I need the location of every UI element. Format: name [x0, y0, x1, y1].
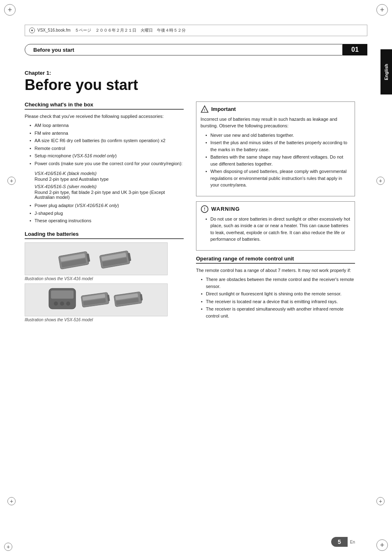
loading-heading: Loading the batteries	[25, 231, 184, 239]
left-column: Checking what's in the box Please check …	[25, 101, 184, 325]
list-item: When disposing of used batteries, please…	[205, 168, 350, 189]
english-tab: English	[380, 49, 392, 94]
list-item: AA size IEC R6 dry cell batteries (to co…	[30, 137, 184, 144]
corner-reg-tl	[4, 4, 16, 16]
illustration-1: Illustration shows the VSX-416 model	[25, 242, 184, 281]
corner-reg-bl	[4, 543, 12, 551]
right-column: ! Important Incorrect use of batteries m…	[196, 101, 355, 325]
important-bullets: Never use new and old batteries together…	[201, 132, 350, 189]
page-number: 5	[331, 537, 348, 547]
side-mark-right-mid	[376, 177, 385, 185]
battery-illustration-1	[25, 242, 168, 275]
important-heading-area: ! Important	[201, 105, 350, 113]
list-item: Batteries with the same shape may have d…	[205, 154, 350, 167]
list-item: Power cords (make sure you use the corre…	[30, 160, 184, 167]
power-cord-1-desc: Round 2-pin type and Australian type	[35, 177, 184, 182]
list-item: Power plug adaptor (VSX-416/516-K only)	[30, 202, 184, 209]
svg-rect-9	[51, 290, 74, 299]
operating-bullets: There are obstacles between the remote c…	[196, 276, 355, 319]
bottom-footer: 5 En	[25, 537, 355, 547]
checking-section-heading: Checking what's in the box	[25, 101, 184, 110]
power-cord-details: VSX-416/516-K (black models) Round 2-pin…	[25, 171, 184, 200]
warning-box: ! WARNING Do not use or store batteries …	[196, 201, 355, 251]
list-item: J-shaped plug	[30, 210, 184, 217]
warning-heading-text: WARNING	[211, 206, 240, 212]
page: VSX_516.book.fm ５ページ ２００６年２月２１日 火曜日 午後４時…	[0, 0, 392, 555]
list-item: These operating instructions	[30, 217, 184, 224]
list-item: Insert the plus and minus sides of the b…	[205, 139, 350, 153]
list-item: The receiver is operated simultaneously …	[201, 306, 355, 319]
illus-caption-1: Illustration shows the VSX-416 model	[25, 276, 184, 281]
power-cord-2-model: VSX-416/516-S (silver models)	[35, 184, 184, 189]
svg-point-11	[60, 302, 64, 306]
battery-svg-2	[47, 284, 145, 315]
svg-text:!: !	[204, 108, 205, 112]
svg-point-12	[66, 302, 70, 306]
loading-section: Loading the batteries	[25, 231, 184, 322]
power-cord-2-desc: Round 2-pin type, flat blade 2-pin type …	[35, 190, 184, 200]
list-item: Remote control	[30, 145, 184, 152]
list-item: The receiver is located near a device th…	[201, 298, 355, 305]
chapter-title: Before you start	[25, 77, 355, 93]
battery-illustration-2	[25, 283, 168, 316]
svg-point-10	[54, 302, 58, 306]
header-title: Before you start	[33, 47, 74, 53]
warning-heading-area: ! WARNING	[201, 205, 350, 213]
warning-icon: !	[201, 205, 209, 213]
print-info-bar: VSX_516.book.fm ５ページ ２００６年２月２１日 火曜日 午後４時…	[25, 25, 367, 36]
page-en: En	[350, 540, 355, 544]
print-info-content: VSX_516.book.fm ５ページ ２００６年２月２１日 火曜日 午後４時…	[29, 28, 186, 33]
svg-text:!: !	[204, 207, 205, 212]
page-number-area: 5 En	[331, 537, 355, 547]
two-column-layout: Checking what's in the box Please check …	[25, 101, 355, 325]
side-mark-right-bot	[376, 497, 385, 505]
header-title-area: Before you start	[25, 44, 343, 55]
side-mark-left-bot	[7, 497, 16, 505]
important-icon: !	[201, 105, 209, 113]
illustration-2: Illustration shows the VSX-516 model	[25, 283, 184, 322]
warning-bullets: Do not use or store batteries in direct …	[201, 216, 350, 243]
important-heading-text: Important	[211, 106, 236, 112]
list-item: Direct sunlight or fluorescent light is …	[201, 290, 355, 297]
header-bar: Before you start 01	[25, 43, 367, 56]
corner-reg-br	[376, 539, 388, 551]
list-item: Setup microphone (VSX-516 model only)	[30, 152, 184, 159]
list-item: Never use new and old batteries together…	[205, 132, 350, 139]
list-item: AM loop antenna	[30, 122, 184, 129]
list-item: FM wire antenna	[30, 130, 184, 137]
operating-intro: The remote control has a range of about …	[196, 267, 355, 274]
important-box: ! Important Incorrect use of batteries m…	[196, 101, 355, 196]
battery-svg-1	[55, 244, 137, 273]
important-intro: Incorrect use of batteries may result in…	[201, 116, 350, 129]
illus-caption-2: Illustration shows the VSX-516 model	[25, 318, 184, 322]
side-mark-left-mid	[7, 177, 16, 185]
list-item: Do not use or store batteries in direct …	[205, 216, 350, 243]
list-item: There are obstacles between the remote c…	[201, 276, 355, 290]
accessories-list-1: AM loop antenna FM wire antenna AA size …	[25, 122, 184, 167]
operating-heading: Operating range of remote control unit	[196, 256, 355, 264]
chapter-label: Chapter 1:	[25, 70, 355, 76]
power-cord-1-model: VSX-416/516-K (black models)	[35, 171, 184, 176]
header-number: 01	[343, 44, 367, 55]
print-target-icon	[29, 28, 35, 33]
accessories-list-2: Power plug adaptor (VSX-416/516-K only) …	[25, 202, 184, 224]
main-content: Chapter 1: Before you start Checking wha…	[25, 62, 355, 514]
print-info-text: VSX_516.book.fm ５ページ ２００６年２月２１日 火曜日 午後４時…	[37, 28, 186, 33]
checking-intro: Please check that you've received the fo…	[25, 113, 184, 120]
corner-reg-tr	[376, 4, 388, 16]
